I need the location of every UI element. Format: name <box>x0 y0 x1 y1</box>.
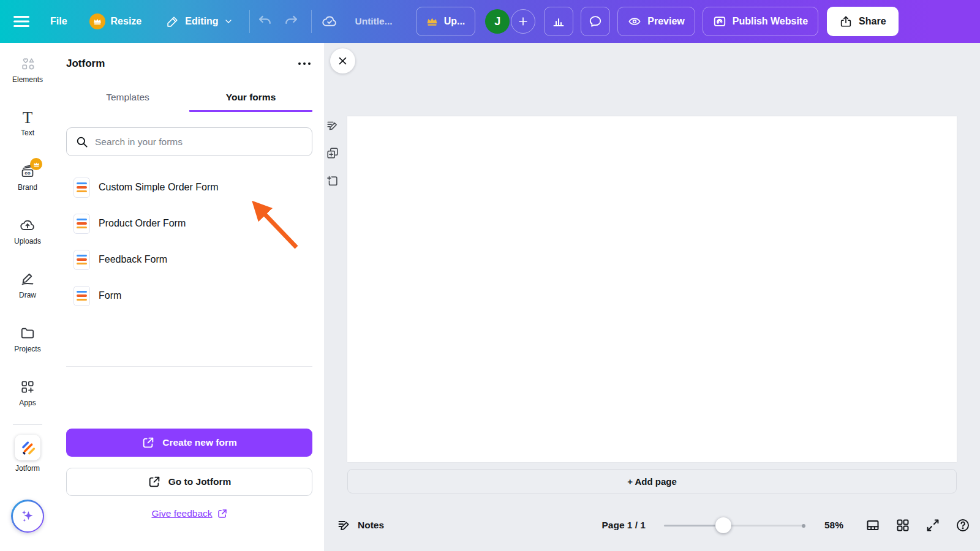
add-page-label: + Add page <box>627 476 677 487</box>
document-title[interactable]: Untitle... <box>355 16 392 27</box>
form-doc-icon <box>74 286 90 306</box>
zoom-level: 58% <box>824 520 843 531</box>
sidebar-item-label: Brand <box>18 183 37 192</box>
hamburger-menu-icon <box>13 15 29 28</box>
sidebar-item-jotform-app[interactable]: Jotform <box>15 435 40 473</box>
redo-button[interactable] <box>283 13 299 29</box>
zoom-slider-handle[interactable] <box>715 517 731 533</box>
form-name: Form <box>99 290 121 301</box>
search-input[interactable] <box>95 137 303 148</box>
pro-crown-badge-icon <box>89 13 105 29</box>
form-name: Custom Simple Order Form <box>99 182 219 193</box>
crown-icon <box>426 17 438 26</box>
zoom-slider[interactable] <box>664 517 805 533</box>
undo-button[interactable] <box>257 13 273 29</box>
presenter-view-icon[interactable] <box>865 518 880 533</box>
design-page[interactable] <box>347 116 957 462</box>
search-icon <box>75 135 89 149</box>
more-options-button[interactable] <box>298 59 311 69</box>
website-icon <box>713 15 726 28</box>
close-panel-button[interactable] <box>330 48 355 73</box>
top-header: File Resize Editing Untitle... Up... <box>0 0 980 43</box>
share-label: Share <box>859 16 886 27</box>
form-name: Feedback Form <box>99 254 167 265</box>
page-side-tools <box>326 119 339 187</box>
sidebar-item-elements[interactable]: Elements <box>0 43 55 97</box>
sidebar-item-label: Elements <box>12 75 43 84</box>
left-rail: Elements T Text co Brand Uploads Draw <box>0 43 55 551</box>
status-bar: Notes Page 1 / 1 58% <box>324 500 980 551</box>
upgrade-button[interactable]: Up... <box>416 7 476 36</box>
go-to-jotform-button[interactable]: Go to Jotform <box>66 468 312 496</box>
add-member-button[interactable] <box>511 9 535 34</box>
add-page-button[interactable]: + Add page <box>347 469 957 493</box>
fullscreen-icon[interactable] <box>925 518 940 533</box>
grid-view-icon[interactable] <box>895 518 910 533</box>
list-item-form[interactable]: Form <box>66 281 312 310</box>
cloud-sync-icon[interactable] <box>322 13 337 29</box>
sidebar-item-projects[interactable]: Projects <box>0 312 55 366</box>
close-icon <box>337 56 348 66</box>
sidebar-item-draw[interactable]: Draw <box>0 258 55 312</box>
sidebar-item-apps[interactable]: Apps <box>0 366 55 420</box>
sidebar-item-brand[interactable]: co Brand <box>0 151 55 204</box>
undo-icon <box>257 13 273 29</box>
editing-label: Editing <box>185 16 218 27</box>
form-list: Custom Simple Order Form Product Order F… <box>66 173 312 317</box>
panel-tabs: Templates Your forms <box>66 92 312 112</box>
tab-your-forms[interactable]: Your forms <box>189 92 312 112</box>
publish-label: Publish Website <box>733 16 808 27</box>
list-item-form[interactable]: Feedback Form <box>66 245 312 274</box>
magic-sparkles-icon <box>13 501 43 531</box>
insights-button[interactable] <box>544 7 573 36</box>
avatar[interactable]: J <box>485 9 510 34</box>
form-doc-icon <box>74 250 90 270</box>
external-link-icon <box>217 508 228 519</box>
file-label: File <box>50 16 67 27</box>
external-link-icon <box>141 436 155 449</box>
notes-label: Notes <box>358 520 384 531</box>
preview-label: Preview <box>647 16 684 27</box>
eye-icon <box>628 15 641 28</box>
help-icon[interactable] <box>956 518 970 533</box>
redo-icon <box>283 13 299 29</box>
list-item-form[interactable]: Product Order Form <box>66 209 312 238</box>
tab-templates[interactable]: Templates <box>66 92 189 112</box>
editing-mode-button[interactable]: Editing <box>166 15 233 28</box>
sidebar-item-text[interactable]: T Text <box>0 97 55 151</box>
plus-icon <box>517 15 529 28</box>
create-new-form-button[interactable]: Create new form <box>66 429 312 457</box>
zoom-slider-end-dot <box>802 524 805 528</box>
panel-title: Jotform <box>66 58 105 70</box>
preview-button[interactable]: Preview <box>617 7 695 36</box>
page-notes-icon[interactable] <box>326 119 339 132</box>
share-upload-icon <box>839 15 853 28</box>
assistant-button[interactable] <box>11 500 44 533</box>
jotform-panel: Jotform Templates Your forms Custom Simp… <box>55 43 324 551</box>
zoom-slider-track <box>723 525 805 527</box>
resize-button[interactable]: Resize <box>89 13 142 29</box>
publish-website-button[interactable]: Publish Website <box>703 7 818 36</box>
share-button[interactable]: Share <box>827 7 898 36</box>
folder-icon <box>20 325 36 341</box>
divider <box>311 10 312 33</box>
list-item-form[interactable]: Custom Simple Order Form <box>66 173 312 202</box>
sidebar-item-label: Jotform <box>15 464 40 473</box>
sidebar-item-label: Projects <box>14 345 40 353</box>
comments-button[interactable] <box>581 7 610 36</box>
design-canvas-area: + Add page Notes Page 1 / 1 58% <box>324 43 980 551</box>
duplicate-page-icon[interactable] <box>326 146 339 160</box>
avatar-initial: J <box>494 15 500 28</box>
add-page-icon[interactable] <box>326 174 339 187</box>
search-box[interactable] <box>66 127 312 156</box>
file-menu-button[interactable]: File <box>50 16 67 27</box>
form-doc-icon <box>74 178 90 198</box>
notes-button[interactable]: Notes <box>337 518 384 533</box>
main-menu-button[interactable] <box>13 15 29 28</box>
jotform-logo-icon <box>15 435 40 460</box>
speech-bubble-icon <box>588 14 603 29</box>
give-feedback-link[interactable]: Give feedback <box>151 508 227 519</box>
give-feedback-label: Give feedback <box>151 508 212 519</box>
brand-kit-icon: co <box>20 163 36 179</box>
sidebar-item-uploads[interactable]: Uploads <box>0 204 55 258</box>
